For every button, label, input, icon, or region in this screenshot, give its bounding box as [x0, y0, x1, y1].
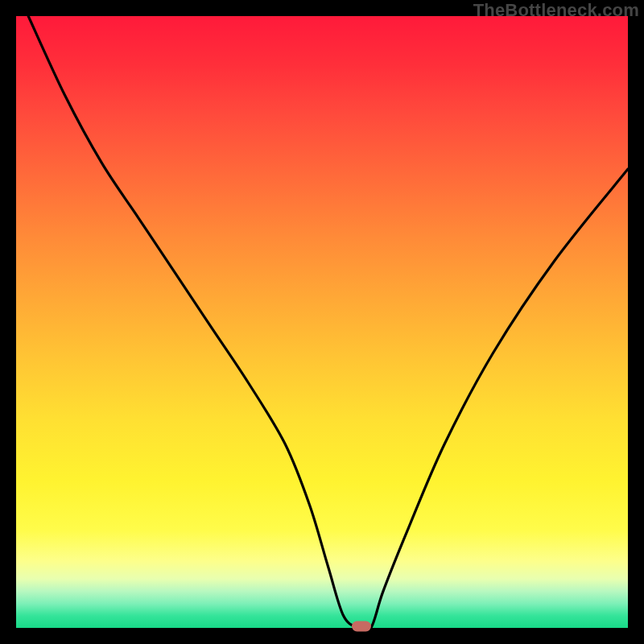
- bottleneck-curve: [16, 16, 628, 628]
- chart-frame: TheBottleneck.com: [0, 0, 644, 644]
- watermark-text: TheBottleneck.com: [473, 0, 639, 21]
- optimal-marker: [352, 621, 371, 632]
- plot-area: [16, 16, 628, 628]
